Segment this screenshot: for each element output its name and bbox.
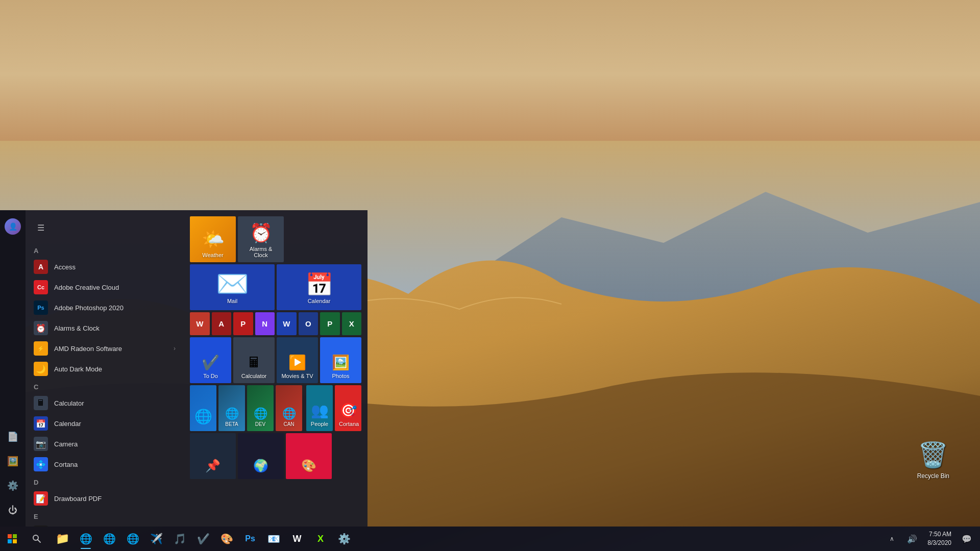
edge-beta-tile[interactable]: 🌐 BETA	[218, 385, 245, 431]
calc-tile-icon: 🖩	[247, 354, 261, 371]
taskbar-pichon[interactable]: 🎨	[215, 528, 238, 550]
svg-rect-1	[8, 534, 12, 538]
office-onenote-tile[interactable]: N	[255, 312, 275, 335]
app-item-camera[interactable]: 📷 Camera	[26, 434, 184, 454]
calendar-tile[interactable]: 📅 Calendar	[277, 264, 361, 310]
taskbar-file-explorer[interactable]: 📁	[51, 528, 74, 550]
svg-rect-2	[13, 534, 17, 538]
office-word2-tile[interactable]: W	[277, 312, 297, 335]
app-item-cortana[interactable]: 💠 Cortana	[26, 454, 184, 474]
office-tiles-row: W A P N W O P	[190, 312, 361, 335]
mail-tile[interactable]: ✉️ Mail	[190, 264, 275, 310]
app-item-calculator[interactable]: 🖩 Calculator	[26, 393, 184, 413]
app-item-alarms[interactable]: ⏰ Alarms & Clock	[26, 318, 184, 338]
weather-tile-icon: 🌤️	[202, 229, 225, 250]
tiles-row-4: ✔️ To Do 🖩 Calculator ▶️ Movies & TV 🖼️ …	[190, 337, 361, 383]
access-label: Access	[54, 263, 76, 271]
office-excel-tile[interactable]: X	[342, 312, 362, 335]
taskbar-notification-btn[interactable]: 💬	[958, 530, 976, 548]
access-icon: A	[34, 260, 48, 274]
office-proj-tile[interactable]: P	[320, 312, 340, 335]
people-tile-label: People	[310, 421, 329, 427]
taskbar-volume-icon[interactable]: 🔊	[903, 530, 921, 548]
user-avatar: 👤	[5, 218, 21, 235]
app-item-adobe-cc[interactable]: Cc Adobe Creative Cloud	[26, 277, 184, 297]
app-item-drawboard[interactable]: 📝 Drawboard PDF	[26, 488, 184, 509]
pichon-tile[interactable]: 🎨	[286, 433, 332, 479]
taskbar-apps: 📁 🌐 🌐 🌐 ✈️ 🎵 ✔️ 🎨 Ps 📧 W X ⚙️	[49, 528, 883, 550]
cal-icon: 📅	[34, 416, 48, 431]
pictures-btn[interactable]: 🖼️	[2, 450, 24, 472]
cortana-tile[interactable]: 🎯 Cortana	[335, 385, 361, 431]
drawboard-label: Drawboard PDF	[54, 495, 102, 503]
todo-tile[interactable]: ✔️ To Do	[190, 337, 231, 383]
hamburger-btn[interactable]: ☰	[32, 218, 50, 237]
app-item-photoshop[interactable]: Ps Adobe Photoshop 2020	[26, 297, 184, 318]
app-item-amd[interactable]: ⚡ AMD Radeon Software ›	[26, 338, 184, 359]
taskbar-edge-dev[interactable]: 🌐	[121, 528, 144, 550]
cortana-tile-icon: 🎯	[339, 402, 357, 419]
letter-E: E	[26, 509, 184, 522]
photoshop-label: Adobe Photoshop 2020	[54, 304, 124, 312]
tiles-row-5: 🌐 🌐 BETA 🌐 DEV 🌐 CAN 👥	[190, 385, 361, 431]
proj-tile-icon: P	[327, 319, 332, 328]
taskbar-word[interactable]: W	[286, 528, 308, 550]
edge-dev-label: DEV	[251, 421, 270, 427]
sonic-tile[interactable]: 🌍	[238, 433, 284, 479]
start-sidebar: 👤 📄 🖼️ ⚙️ ⏻	[0, 210, 26, 527]
taskbar-search-btn[interactable]	[24, 527, 49, 551]
movies-tile[interactable]: ▶️ Movies & TV	[277, 337, 318, 383]
office-word-tile[interactable]: W	[190, 312, 210, 335]
cortana-label: Cortana	[54, 461, 78, 468]
office-outlook-tile[interactable]: O	[299, 312, 318, 335]
settings-btn[interactable]: ⚙️	[2, 474, 24, 497]
calendar-tile-label: Calendar	[283, 298, 355, 304]
office-access-tile[interactable]: A	[212, 312, 232, 335]
edge-can-icon: 🌐	[282, 407, 296, 420]
recycle-bin-label: Recycle Bin	[917, 472, 949, 480]
amd-expand-icon: ›	[174, 345, 176, 352]
access-tile-icon: A	[218, 319, 224, 328]
taskbar-outlook[interactable]: 📧	[262, 528, 285, 550]
edge-dev-tile[interactable]: 🌐 DEV	[247, 385, 274, 431]
app-item-calendar[interactable]: 📅 Calendar	[26, 413, 184, 434]
calendar-tile-icon: 📅	[305, 271, 333, 298]
taskbar-clock[interactable]: 7:50 AM 8/3/2020	[923, 530, 955, 547]
autodark-icon: 🌙	[34, 362, 48, 376]
office-ppt-tile[interactable]: P	[233, 312, 253, 335]
svg-line-6	[38, 540, 40, 542]
camera-label: Camera	[54, 440, 78, 448]
app-item-autodark[interactable]: 🌙 Auto Dark Mode	[26, 359, 184, 379]
taskbar-photoshop[interactable]: Ps	[239, 528, 261, 550]
tiles-row-6: 📌 🌍 🎨	[190, 433, 361, 479]
clock-tile[interactable]: ⏰ Alarms & Clock	[238, 216, 284, 262]
taskbar-spotify[interactable]: 🎵	[168, 528, 191, 550]
power-btn[interactable]: ⏻	[2, 499, 24, 521]
start-button[interactable]	[0, 527, 24, 551]
letter-D: D	[26, 474, 184, 488]
deskpins-tile[interactable]: 📌	[190, 433, 236, 479]
edge-can-tile[interactable]: 🌐 CAN	[276, 385, 302, 431]
letter-C: C	[26, 379, 184, 393]
user-avatar-btn[interactable]: 👤	[2, 215, 24, 238]
taskbar-edge[interactable]: 🌐	[75, 528, 97, 550]
taskbar-right: ∧ 🔊 7:50 AM 8/3/2020 💬	[883, 530, 980, 548]
recycle-bin[interactable]: 🗑️ Recycle Bin	[917, 440, 949, 480]
calc-tile[interactable]: 🖩 Calculator	[233, 337, 275, 383]
weather-tile[interactable]: 🌤️ Weather	[190, 216, 236, 262]
app-item-access[interactable]: A Access	[26, 257, 184, 277]
autodark-label: Auto Dark Mode	[54, 365, 102, 373]
edge-stable-icon: 🌐	[194, 408, 212, 425]
taskbar-excel[interactable]: X	[309, 528, 332, 550]
taskbar-telegram[interactable]: ✈️	[145, 528, 167, 550]
taskbar-chevron-up[interactable]: ∧	[883, 530, 901, 548]
edge-stable-tile[interactable]: 🌐	[190, 385, 216, 431]
people-tile[interactable]: 👥 People	[306, 385, 333, 431]
edge-beta-icon: 🌐	[225, 407, 239, 420]
taskbar-settings[interactable]: ⚙️	[333, 528, 355, 550]
app-item-epic[interactable]: 🎮 Epic Games Launcher	[26, 522, 184, 527]
taskbar-todo[interactable]: ✔️	[192, 528, 214, 550]
documents-btn[interactable]: 📄	[2, 425, 24, 448]
photos-tile[interactable]: 🖼️ Photos	[320, 337, 361, 383]
taskbar-edge-stable[interactable]: 🌐	[98, 528, 120, 550]
